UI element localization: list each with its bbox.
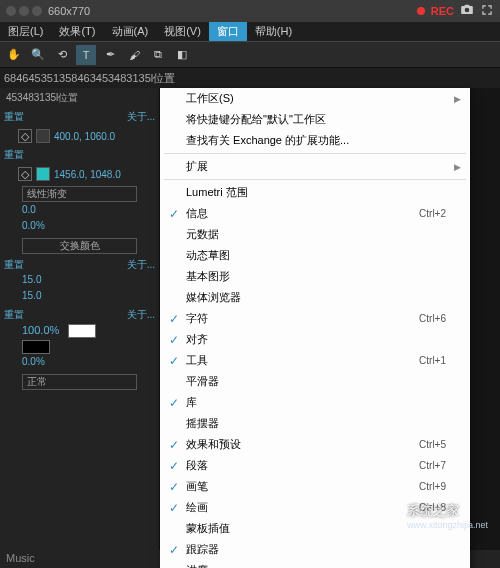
menu-lumetri[interactable]: Lumetri 范围: [160, 182, 470, 203]
menu-workspace[interactable]: 工作区(S)▶: [160, 88, 470, 109]
menu-wiggler[interactable]: 摇摆器: [160, 413, 470, 434]
value[interactable]: 0.0%: [0, 356, 159, 372]
anchor-icon[interactable]: [36, 129, 50, 143]
menu-layer[interactable]: 图层(L): [0, 22, 51, 41]
menu-window[interactable]: 窗口: [209, 22, 247, 41]
about-link[interactable]: 关于...: [127, 110, 155, 124]
menu-character[interactable]: ✓字符Ctrl+6: [160, 308, 470, 329]
keyframe-toggle-icon[interactable]: ◇: [18, 129, 32, 143]
reset-link[interactable]: 重置: [4, 110, 44, 124]
value[interactable]: 400.0, 1060.0: [54, 131, 115, 142]
value[interactable]: 100.0%: [22, 324, 59, 336]
menu-align[interactable]: ✓对齐: [160, 329, 470, 350]
menu-view[interactable]: 视图(V): [156, 22, 209, 41]
rotate-icon[interactable]: ⟲: [52, 45, 72, 65]
gradient-mode-select[interactable]: 线性渐变: [22, 186, 137, 202]
menu-motionsketch[interactable]: 动态草图: [160, 245, 470, 266]
menu-exchange[interactable]: 查找有关 Exchange 的扩展功能...: [160, 130, 470, 151]
swap-colors-button[interactable]: 交换颜色: [22, 238, 137, 254]
menu-brushes[interactable]: ✓画笔Ctrl+9: [160, 476, 470, 497]
stamp-icon[interactable]: ⧉: [148, 45, 168, 65]
value[interactable]: 0.0: [0, 204, 159, 220]
about-link[interactable]: 关于...: [127, 308, 155, 322]
keyframe-toggle-icon[interactable]: ◇: [18, 167, 32, 181]
menu-animation[interactable]: 动画(A): [104, 22, 157, 41]
menu-shapes[interactable]: 基本图形: [160, 266, 470, 287]
reset-link[interactable]: 重置: [4, 258, 44, 272]
camera-icon[interactable]: [460, 3, 474, 19]
separator: [164, 179, 466, 180]
menu-bar: 图层(L) 效果(T) 动画(A) 视图(V) 窗口 帮助(H): [0, 22, 500, 42]
rec-label[interactable]: REC: [431, 5, 454, 17]
anchor-row-2: ◇ 1456.0, 1048.0: [0, 164, 159, 184]
prop-header: 重置 关于...: [0, 108, 159, 126]
separator: [164, 153, 466, 154]
value[interactable]: 15.0: [0, 274, 159, 290]
window-dot[interactable]: [32, 6, 42, 16]
tab-long[interactable]: 684645351358463453483135l位置: [4, 71, 175, 86]
reset-link[interactable]: 重置: [4, 148, 44, 162]
toolbar: ✋ 🔍 ⟲ T ✒ 🖌 ⧉ ◧: [0, 42, 500, 68]
tab-row: 684645351358463453483135l位置: [0, 68, 500, 88]
menu-paragraph[interactable]: ✓段落Ctrl+7: [160, 455, 470, 476]
prop-header: 重置 关于...: [0, 256, 159, 274]
value-row: 100.0%: [0, 324, 159, 340]
type-icon[interactable]: T: [76, 45, 96, 65]
hand-icon[interactable]: ✋: [4, 45, 24, 65]
value-row: [0, 340, 159, 356]
menu-extensions[interactable]: 扩展▶: [160, 156, 470, 177]
brush-icon[interactable]: 🖌: [124, 45, 144, 65]
reset-link[interactable]: 重置: [4, 308, 44, 322]
window-controls: [6, 6, 42, 16]
capture-size: 660x770: [48, 5, 90, 17]
value[interactable]: 1456.0, 1048.0: [54, 169, 121, 180]
zoom-icon[interactable]: 🔍: [28, 45, 48, 65]
menu-info[interactable]: ✓信息Ctrl+2: [160, 203, 470, 224]
anchor-row-1: ◇ 400.0, 1060.0: [0, 126, 159, 146]
rec-dot-icon: [417, 7, 425, 15]
window-dot[interactable]: [6, 6, 16, 16]
panel-subtitle: 453483135l位置: [0, 88, 159, 108]
menu-mediabrowser[interactable]: 媒体浏览器: [160, 287, 470, 308]
color-swatch[interactable]: [22, 340, 50, 354]
menu-progress[interactable]: 进度: [160, 560, 470, 568]
anchor-icon[interactable]: [36, 167, 50, 181]
blend-mode-select[interactable]: 正常: [22, 374, 137, 390]
eraser-icon[interactable]: ◧: [172, 45, 192, 65]
menu-effect[interactable]: 效果(T): [51, 22, 103, 41]
menu-library[interactable]: ✓库: [160, 392, 470, 413]
effect-controls-panel: 453483135l位置 重置 关于... ◇ 400.0, 1060.0 重置…: [0, 88, 160, 568]
timeline-label[interactable]: Music: [6, 552, 35, 564]
menu-maskinterp[interactable]: 蒙板插值: [160, 518, 470, 539]
window-menu-dropdown: 工作区(S)▶ 将快捷键分配给"默认"工作区 查找有关 Exchange 的扩展…: [160, 88, 470, 568]
value[interactable]: 0.0%: [0, 220, 159, 236]
menu-help[interactable]: 帮助(H): [247, 22, 300, 41]
color-swatch[interactable]: [68, 324, 96, 338]
menu-smoother[interactable]: 平滑器: [160, 371, 470, 392]
about-link[interactable]: 关于...: [127, 258, 155, 272]
expand-icon[interactable]: [480, 3, 494, 19]
prop-header: 重置: [0, 146, 159, 164]
menu-effects[interactable]: ✓效果和预设Ctrl+5: [160, 434, 470, 455]
menu-metadata[interactable]: 元数据: [160, 224, 470, 245]
menu-tools[interactable]: ✓工具Ctrl+1: [160, 350, 470, 371]
window-titlebar: 660x770 REC: [0, 0, 500, 22]
pen-icon[interactable]: ✒: [100, 45, 120, 65]
menu-paint[interactable]: ✓绘画Ctrl+8: [160, 497, 470, 518]
prop-header: 重置 关于...: [0, 306, 159, 324]
value[interactable]: 15.0: [0, 290, 159, 306]
menu-assign-shortcuts[interactable]: 将快捷键分配给"默认"工作区: [160, 109, 470, 130]
window-dot[interactable]: [19, 6, 29, 16]
menu-tracker[interactable]: ✓跟踪器: [160, 539, 470, 560]
